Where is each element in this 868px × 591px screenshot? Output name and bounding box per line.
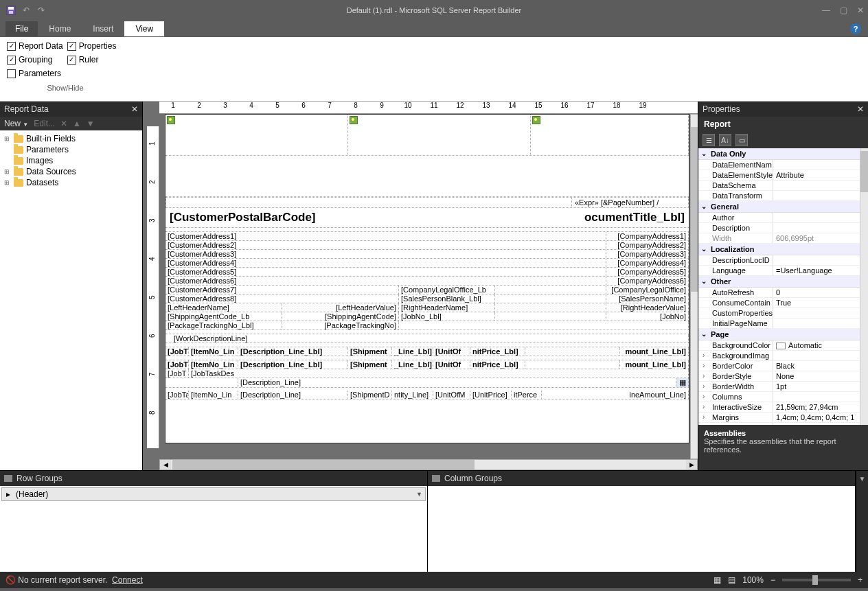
- panel-reportdata: Report Data ✕ New ▼ Edit... ✕ ▲ ▼ ⊞Built…: [0, 102, 143, 470]
- chk-reportdata[interactable]: ✓Report Data: [7, 41, 63, 51]
- close-icon[interactable]: ✕: [857, 5, 864, 15]
- chk-ruler[interactable]: ✓Ruler: [67, 55, 117, 65]
- reportdata-down-icon: ▼: [87, 119, 95, 128]
- window-title: Default (1).rdl - Microsoft SQL Server R…: [347, 6, 522, 14]
- folder-icon: [14, 146, 23, 154]
- properties-close-icon[interactable]: ✕: [857, 104, 864, 114]
- scrollbar-vertical[interactable]: [690, 114, 698, 459]
- tab-file[interactable]: File: [5, 21, 38, 36]
- design-surface: 12345678910111213141516171819 123456789 …: [143, 102, 698, 470]
- reportdata-tree[interactable]: ⊞Built-in Fields Parameters Images ⊞Data…: [0, 130, 142, 470]
- chk-grouping[interactable]: ✓Grouping: [7, 55, 63, 65]
- image-placeholder-icon[interactable]: [350, 116, 358, 124]
- reportdata-up-icon: ▲: [73, 119, 81, 128]
- report-body[interactable]: «Expr» [&PageNumber] / [CustomerPostalBa…: [165, 114, 689, 443]
- ruler-vertical: 123456789: [147, 126, 159, 448]
- properties-scrollbar[interactable]: [860, 148, 868, 425]
- tab-view[interactable]: View: [124, 21, 164, 36]
- reportdata-edit: Edit...: [34, 119, 55, 128]
- undo-icon[interactable]: ↶: [21, 5, 32, 16]
- folder-icon: [14, 179, 23, 187]
- zoom-level: 100%: [742, 575, 764, 585]
- props-categorized-icon[interactable]: ☰: [703, 134, 715, 146]
- column-groups-title: Column Groups: [444, 474, 502, 483]
- panel-properties: Properties✕ Report ☰ A↓ ▭ Data Only Data…: [698, 102, 868, 470]
- groups-menu-icon[interactable]: ▼: [856, 471, 868, 572]
- status-text: No current report server.: [18, 575, 107, 585]
- chevron-down-icon[interactable]: ▼: [416, 491, 422, 498]
- preview-icon[interactable]: ▤: [728, 575, 735, 585]
- tab-insert[interactable]: Insert: [82, 21, 124, 36]
- redo-icon[interactable]: ↷: [36, 5, 47, 16]
- props-alpha-icon[interactable]: A↓: [719, 134, 731, 146]
- folder-icon: [14, 135, 23, 143]
- row-group-item[interactable]: ▸(Header)▼: [1, 487, 426, 501]
- design-view-icon[interactable]: ▦: [713, 575, 721, 585]
- folder-icon: [14, 157, 23, 165]
- ribbon-tabs: File Home Insert View ?: [0, 21, 868, 37]
- tree-item: ⊞Datasets: [1, 177, 141, 188]
- ruler-horizontal: 12345678910111213141516171819: [159, 102, 698, 114]
- titlebar: ↶ ↷ Default (1).rdl - Microsoft SQL Serv…: [0, 0, 868, 21]
- row-groups-title: Row Groups: [16, 474, 62, 483]
- connect-link[interactable]: Connect: [112, 575, 143, 585]
- grid-icon: [4, 475, 12, 482]
- zoom-out-icon[interactable]: −: [770, 575, 775, 585]
- image-placeholder-icon[interactable]: [532, 116, 540, 124]
- title-right[interactable]: ocumentTitle_Lbl]: [584, 211, 685, 224]
- svg-rect-1: [8, 7, 14, 10]
- minimize-icon[interactable]: —: [822, 5, 830, 15]
- chk-parameters[interactable]: Parameters: [7, 69, 63, 78]
- status-bar: 🚫 No current report server. Connect ▦ ▤ …: [0, 572, 868, 588]
- tree-item: ⊞Data Sources: [1, 166, 141, 177]
- grid-icon: [432, 475, 440, 482]
- folder-icon: [14, 168, 23, 176]
- properties-object[interactable]: Report: [698, 117, 868, 132]
- scrollbar-horizontal[interactable]: ◀▶: [159, 459, 698, 470]
- reportdata-title: Report Data: [4, 104, 49, 114]
- reportdata-new[interactable]: New ▼: [4, 119, 28, 128]
- tree-item: Parameters: [1, 144, 141, 155]
- reportdata-delete-icon: ✕: [60, 119, 67, 128]
- props-pages-icon[interactable]: ▭: [735, 134, 748, 146]
- ribbon-view: ✓Report Data ✓Grouping Parameters ✓Prope…: [0, 37, 868, 102]
- properties-grid[interactable]: Data Only DataElementNam DataElementStyl…: [698, 148, 868, 425]
- reportdata-close-icon[interactable]: ✕: [131, 104, 138, 114]
- server-status-icon: 🚫: [5, 575, 16, 585]
- expr-cell[interactable]: «Expr» [&PageNumber] /: [571, 198, 688, 207]
- maximize-icon[interactable]: ▢: [840, 5, 847, 15]
- properties-help: Assemblies Specifies the assemblies that…: [698, 425, 868, 470]
- tree-item: Images: [1, 155, 141, 166]
- tree-item: ⊞Built-in Fields: [1, 133, 141, 144]
- svg-rect-2: [9, 11, 13, 14]
- zoom-in-icon[interactable]: +: [858, 575, 863, 585]
- properties-title: Properties: [703, 104, 740, 114]
- chk-properties[interactable]: ✓Properties: [67, 41, 117, 51]
- help-icon[interactable]: ?: [850, 23, 861, 34]
- tab-home[interactable]: Home: [38, 21, 82, 36]
- save-icon[interactable]: [5, 5, 16, 16]
- title-left[interactable]: [CustomerPostalBarCode]: [170, 211, 584, 224]
- groups-panel: Row Groups ▸(Header)▼ Column Groups ▼: [0, 470, 868, 572]
- ribbon-group-label: Show/Hide: [7, 84, 124, 92]
- image-placeholder-icon[interactable]: [167, 116, 175, 124]
- zoom-slider[interactable]: [782, 579, 851, 581]
